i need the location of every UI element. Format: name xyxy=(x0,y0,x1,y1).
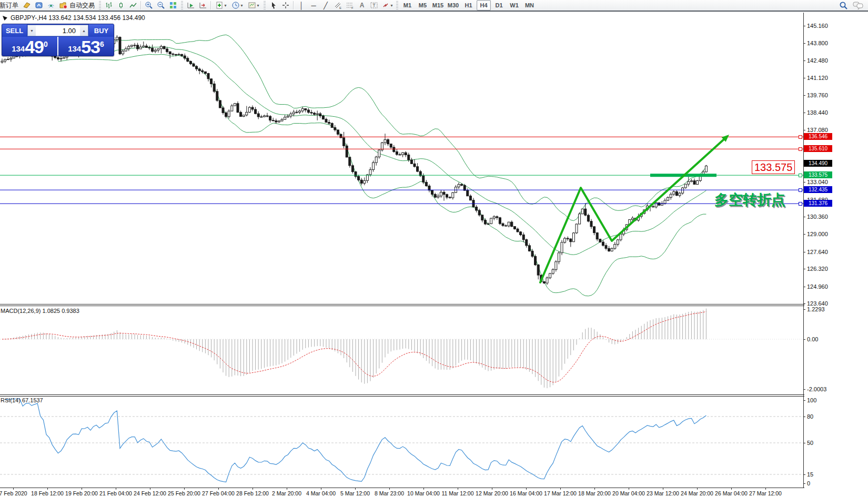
date-label[interactable]: 20 Mar 04:00 xyxy=(612,490,645,496)
chevron-down-icon: ▾ xyxy=(257,3,259,8)
pane-divider[interactable] xyxy=(0,394,804,395)
bar-chart-icon[interactable] xyxy=(103,0,115,11)
indicators-add-icon[interactable]: ▾ xyxy=(213,0,229,11)
annotation-note[interactable]: 多空转折点 xyxy=(714,190,785,209)
timeframe-h4[interactable]: H4 xyxy=(477,0,491,11)
timeframe-m1[interactable]: M1 xyxy=(400,0,415,11)
date-label[interactable]: 18 Feb 12:00 xyxy=(31,490,64,496)
zoom-out-icon[interactable] xyxy=(155,0,167,11)
fibonacci-icon[interactable]: F xyxy=(344,0,356,11)
date-tick xyxy=(82,488,82,490)
date-label[interactable]: 16 Mar 04:00 xyxy=(510,490,542,496)
chart-shift-icon[interactable] xyxy=(197,0,209,11)
date-label[interactable]: 24 Mar 20:00 xyxy=(681,490,713,496)
pane-divider[interactable] xyxy=(0,396,804,397)
timeframe-m30[interactable]: M30 xyxy=(446,0,460,11)
rsi-pane[interactable] xyxy=(0,395,803,488)
date-label[interactable]: 4 Mar 04:00 xyxy=(306,490,336,496)
volume-decrease-button[interactable]: ▼ xyxy=(28,25,36,36)
date-label[interactable]: 7 Feb 2020 xyxy=(0,490,27,496)
timeframe-w1[interactable]: W1 xyxy=(507,0,521,11)
chat-icon[interactable] xyxy=(852,0,864,11)
auto-scroll-icon[interactable] xyxy=(185,0,197,11)
price-tick xyxy=(803,78,805,78)
vertical-line-icon[interactable]: │ xyxy=(296,0,307,11)
toolbar-grip xyxy=(99,1,101,9)
timeframe-d1[interactable]: D1 xyxy=(492,0,506,11)
date-tick xyxy=(697,488,698,490)
date-label[interactable]: 25 Feb 20:00 xyxy=(168,490,200,496)
pane-divider[interactable] xyxy=(0,304,804,305)
price-tick xyxy=(803,217,805,217)
price-tick-label: 145.160 xyxy=(807,23,828,29)
annotation-price-tag[interactable]: 133.575 xyxy=(752,160,795,174)
date-label[interactable]: 8 Mar 23:00 xyxy=(375,490,404,496)
buy-button[interactable]: BUY xyxy=(89,24,114,37)
rsi-tick xyxy=(803,417,805,417)
timeframe-mn[interactable]: MN xyxy=(522,0,537,11)
date-axis: 7 Feb 202018 Feb 12:0019 Feb 20:0021 Feb… xyxy=(0,488,868,497)
text-icon[interactable]: A xyxy=(356,0,368,11)
date-label[interactable]: 5 Mar 12:00 xyxy=(340,490,370,496)
date-label[interactable]: 26 Mar 04:00 xyxy=(715,490,748,496)
publish-chart-icon[interactable] xyxy=(33,0,45,11)
cursor-icon[interactable] xyxy=(268,0,279,11)
sell-button[interactable]: SELL xyxy=(2,24,27,37)
date-tick xyxy=(116,488,116,490)
date-label[interactable]: 17 Mar 12:00 xyxy=(544,490,577,496)
rsi-tick xyxy=(803,443,805,443)
timeframe-h1[interactable]: H1 xyxy=(461,0,476,11)
text-label-icon[interactable]: T xyxy=(368,0,380,11)
toolbar-grip xyxy=(181,1,183,9)
rsi-tick xyxy=(803,483,805,484)
level-hook xyxy=(799,147,802,151)
search-icon[interactable] xyxy=(837,0,849,11)
periods-icon[interactable]: ▾ xyxy=(229,0,245,11)
volume-value[interactable]: 1.00 xyxy=(36,25,80,36)
timeframe-m5[interactable]: M5 xyxy=(416,0,430,11)
price-tick-label: 143.800 xyxy=(807,40,828,46)
date-label[interactable]: 19 Feb 20:00 xyxy=(65,490,98,496)
horizontal-line-icon[interactable]: ─ xyxy=(308,0,319,11)
toolbar: 新订单 自动交易 ▾ ▾ ▾ │ ─ ╱ E F A T ▾ xyxy=(0,0,868,12)
candlestick-chart-icon[interactable] xyxy=(115,0,127,11)
toolbar-separator xyxy=(140,1,142,9)
macd-tick xyxy=(803,309,805,310)
date-label[interactable]: 21 Feb 04:00 xyxy=(99,490,132,496)
equidistant-channel-icon[interactable]: E xyxy=(332,0,344,11)
templates-icon[interactable]: ▾ xyxy=(246,0,261,11)
trendline-icon[interactable]: ╱ xyxy=(320,0,331,11)
macd-pane[interactable] xyxy=(0,305,803,394)
price-tick xyxy=(803,269,805,269)
pane-divider[interactable] xyxy=(0,306,804,306)
price-chart[interactable] xyxy=(0,13,803,305)
buy-price-button[interactable]: 134 53 6 xyxy=(58,37,114,56)
date-label[interactable]: 11 Mar 12:00 xyxy=(441,490,473,496)
date-label[interactable]: 27 Mar 12:00 xyxy=(749,490,782,496)
date-tick xyxy=(629,488,629,490)
arrows-icon[interactable]: ▾ xyxy=(380,0,394,11)
date-label[interactable]: 18 Mar 20:00 xyxy=(578,490,611,496)
date-label[interactable]: 27 Feb 04:00 xyxy=(202,490,235,496)
date-label[interactable]: 23 Mar 12:00 xyxy=(647,490,679,496)
zoom-in-icon[interactable] xyxy=(143,0,155,11)
level-price-badge: 133.575 xyxy=(804,171,832,178)
date-label[interactable]: 2 Mar 20:00 xyxy=(272,490,301,496)
new-order-button[interactable]: 新订单 xyxy=(0,0,21,11)
date-label[interactable]: 12 Mar 20:00 xyxy=(476,490,508,496)
volume-increase-button[interactable]: ▲ xyxy=(80,25,88,36)
signals-icon[interactable] xyxy=(45,0,57,11)
chart-window: GBPJPY-,H4 133.642 134.534 133.456 134.4… xyxy=(0,13,868,497)
crosshair-icon[interactable] xyxy=(280,0,291,11)
timeframe-m15[interactable]: M15 xyxy=(431,0,445,11)
autotrade-button[interactable]: 自动交易 xyxy=(57,0,97,11)
sell-price-button[interactable]: 134 49 0 xyxy=(2,37,58,56)
date-label[interactable]: 10 Mar 04:00 xyxy=(407,490,440,496)
tile-windows-icon[interactable] xyxy=(167,0,179,11)
line-chart-icon[interactable] xyxy=(127,0,139,11)
book-icon[interactable] xyxy=(21,0,33,11)
date-label[interactable]: 28 Feb 12:00 xyxy=(236,490,269,496)
sell-price-sup: 0 xyxy=(44,40,48,48)
date-label[interactable]: 24 Feb 12:00 xyxy=(134,490,166,496)
rsi-tick-label: 50 xyxy=(807,440,813,446)
